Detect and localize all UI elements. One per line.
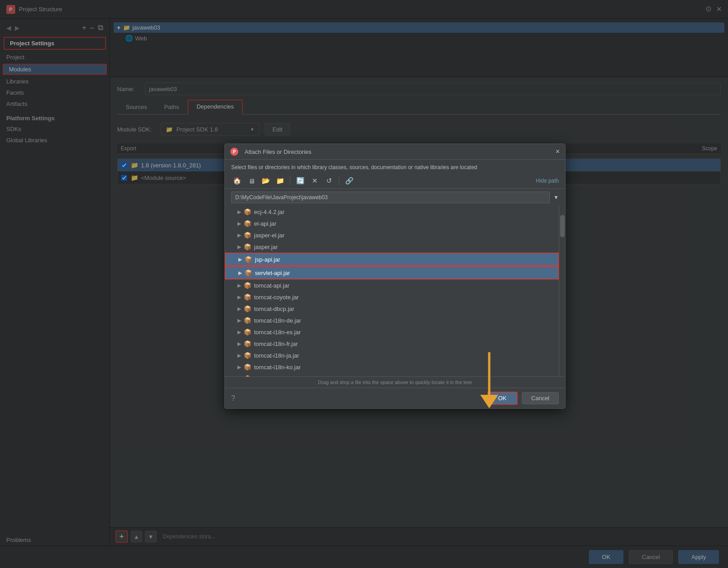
file-expand-icon: ▶ <box>238 257 242 262</box>
file-expand-icon: ▶ <box>237 376 241 377</box>
jar-icon: 📦 <box>244 243 251 250</box>
scrollbar-thumb <box>560 215 565 237</box>
file-name: jasper.jar <box>254 244 278 250</box>
path-input[interactable] <box>231 192 550 203</box>
file-item-tomcat-i18n-fr[interactable]: ▶ 📦 tomcat-i18n-fr.jar <box>225 338 559 350</box>
home-button[interactable]: 🏠 <box>231 175 243 187</box>
jar-icon: 📦 <box>244 352 251 359</box>
file-expand-icon: ▶ <box>237 244 241 250</box>
jar-icon: 📦 <box>245 269 252 276</box>
file-item-tomcat-dbcp[interactable]: ▶ 📦 tomcat-dbcp.jar <box>225 303 559 315</box>
file-item-tomcat-i18n-ru[interactable]: ▶ 📦 tomcat-i18n-ru.jar <box>225 373 559 376</box>
attach-dialog: P Attach Files or Directories × Select f… <box>224 144 566 409</box>
delete-button[interactable]: ✕ <box>309 175 320 187</box>
dialog-toolbar: 🏠 🖥 📂 📁 🔄 ✕ ↺ 🔗 Hide path <box>225 173 565 189</box>
file-name: tomcat-i18n-de.jar <box>254 317 301 324</box>
file-name: ecj-4.4.2.jar <box>254 209 285 215</box>
file-name: tomcat-i18n-es.jar <box>254 329 301 336</box>
dialog-cancel-button[interactable]: Cancel <box>522 392 559 404</box>
desktop-button[interactable]: 🖥 <box>246 175 257 187</box>
file-item-tomcat-i18n-es[interactable]: ▶ 📦 tomcat-i18n-es.jar <box>225 326 559 338</box>
file-name: tomcat-i18n-ja.jar <box>254 352 299 359</box>
new-folder-button[interactable]: 📁 <box>274 175 286 187</box>
file-expand-icon: ▶ <box>237 221 241 227</box>
path-dropdown-arrow-icon: ▼ <box>553 194 559 201</box>
file-expand-icon: ▶ <box>237 353 241 358</box>
drag-hint: Drag and drop a file into the space abov… <box>225 376 565 388</box>
jar-icon: 📦 <box>244 293 251 301</box>
path-row: ▼ <box>225 189 565 206</box>
file-expand-icon: ▶ <box>237 209 241 215</box>
link-button[interactable]: 🔗 <box>343 175 355 187</box>
file-name: tomcat-i18n-ko.jar <box>254 364 301 371</box>
jar-icon: 📦 <box>244 282 251 289</box>
toolbar-sep-2 <box>339 176 339 185</box>
toolbar-sep-1 <box>290 176 290 185</box>
file-item-tomcat-coyote[interactable]: ▶ 📦 tomcat-coyote.jar <box>225 291 559 303</box>
dialog-icon: P <box>230 148 238 156</box>
file-name: tomcat-dbcp.jar <box>254 306 294 312</box>
file-name: tomcat-i18n-ru.jar <box>254 376 300 377</box>
dialog-help-button[interactable]: ? <box>231 394 235 402</box>
file-list: ▶ 📦 ecj-4.4.2.jar ▶ 📦 el-api.jar ▶ 📦 <box>225 206 559 376</box>
jar-icon: 📦 <box>244 305 251 312</box>
dialog-desc: Select files or directories in which lib… <box>225 160 565 173</box>
file-expand-icon: ▶ <box>237 329 241 335</box>
dialog-scrollbar[interactable] <box>559 206 565 376</box>
file-item-tomcat-api[interactable]: ▶ 📦 tomcat-api.jar <box>225 280 559 291</box>
file-item-tomcat-i18n-de[interactable]: ▶ 📦 tomcat-i18n-de.jar <box>225 315 559 326</box>
file-item-el-api[interactable]: ▶ 📦 el-api.jar <box>225 218 559 229</box>
file-expand-icon: ▶ <box>237 341 241 347</box>
file-expand-icon: ▶ <box>238 270 242 276</box>
file-item-ecj[interactable]: ▶ 📦 ecj-4.4.2.jar <box>225 206 559 218</box>
jar-icon: 📦 <box>244 208 251 215</box>
file-expand-icon: ▶ <box>237 318 241 323</box>
jar-icon: 📦 <box>244 375 251 376</box>
jar-icon: 📦 <box>244 340 251 347</box>
file-item-jasper-el[interactable]: ▶ 📦 jasper-el.jar <box>225 229 559 241</box>
file-name: tomcat-coyote.jar <box>254 294 299 301</box>
file-list-wrapper: ▶ 📦 ecj-4.4.2.jar ▶ 📦 el-api.jar ▶ 📦 <box>225 206 565 376</box>
folder-up-button[interactable]: 📂 <box>260 175 272 187</box>
jar-icon: 📦 <box>244 220 251 227</box>
dialog-close-button[interactable]: × <box>556 148 560 156</box>
cancel-refresh-button[interactable]: ↺ <box>323 175 335 187</box>
file-item-tomcat-i18n-ko[interactable]: ▶ 📦 tomcat-i18n-ko.jar <box>225 361 559 373</box>
file-expand-icon: ▶ <box>237 364 241 370</box>
dialog-ok-button[interactable]: OK <box>487 392 517 405</box>
dialog-title: Attach Files or Directories <box>245 149 311 155</box>
dialog-bottom-bar: ? OK Cancel <box>225 388 565 408</box>
jar-icon: 📦 <box>244 363 251 371</box>
file-item-tomcat-i18n-ja[interactable]: ▶ 📦 tomcat-i18n-ja.jar <box>225 350 559 361</box>
file-item-jasper[interactable]: ▶ 📦 jasper.jar <box>225 241 559 253</box>
file-name: el-api.jar <box>254 220 276 227</box>
file-expand-icon: ▶ <box>237 294 241 300</box>
file-name: tomcat-i18n-fr.jar <box>254 341 298 347</box>
jar-icon: 📦 <box>244 232 251 239</box>
refresh-button[interactable]: 🔄 <box>294 175 306 187</box>
jar-icon: 📦 <box>244 317 251 324</box>
file-item-jsp-api[interactable]: ▶ 📦 jsp-api.jar <box>225 253 559 266</box>
file-expand-icon: ▶ <box>237 283 241 288</box>
jar-icon: 📦 <box>245 256 252 263</box>
dialog-title-bar: P Attach Files or Directories × <box>225 144 565 160</box>
file-item-servlet-api[interactable]: ▶ 📦 servlet-api.jar <box>225 266 559 280</box>
hide-path-button[interactable]: Hide path <box>536 178 559 184</box>
file-expand-icon: ▶ <box>237 306 241 312</box>
file-name: tomcat-api.jar <box>254 282 289 289</box>
overlay: P Attach Files or Directories × Select f… <box>0 0 728 568</box>
file-name: servlet-api.jar <box>255 270 290 276</box>
jar-icon: 📦 <box>244 328 251 336</box>
file-expand-icon: ▶ <box>237 232 241 238</box>
file-name: jsp-api.jar <box>255 256 280 263</box>
file-name: jasper-el.jar <box>254 232 285 239</box>
